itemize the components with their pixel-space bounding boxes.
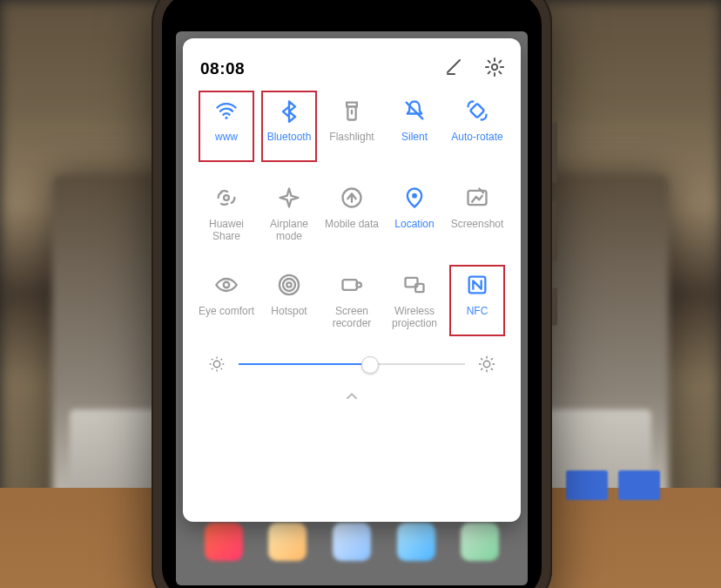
status-clock: 08:08 bbox=[195, 59, 245, 78]
tile-screenshot[interactable]: Screenshot bbox=[446, 179, 509, 260]
tile-mobiledata[interactable]: Mobile data bbox=[320, 179, 383, 260]
phone-screen: 08:08 bbox=[176, 31, 528, 585]
power-button[interactable] bbox=[552, 287, 557, 326]
svg-point-1 bbox=[213, 361, 219, 367]
tile-hotspot[interactable]: Hotspot bbox=[258, 267, 320, 347]
airplane-icon bbox=[276, 185, 302, 211]
tile-label-mobiledata: Mobile data bbox=[325, 218, 379, 230]
silent-icon bbox=[401, 98, 428, 124]
tile-label-huaweishare: Huawei Share bbox=[195, 218, 258, 242]
tile-silent[interactable]: Silent bbox=[383, 92, 446, 172]
tile-airplane[interactable]: Airplane mode bbox=[258, 179, 320, 260]
dock-app-2[interactable] bbox=[268, 523, 307, 561]
flashlight-icon bbox=[339, 98, 365, 124]
tile-label-silent: Silent bbox=[401, 131, 428, 143]
tile-label-autorotate: Auto-rotate bbox=[451, 131, 502, 143]
wifi-icon bbox=[213, 98, 239, 124]
tile-flashlight[interactable]: Flashlight bbox=[320, 92, 383, 172]
tile-label-airplane: Airplane mode bbox=[258, 218, 320, 242]
tile-label-nfc: NFC bbox=[467, 305, 489, 317]
home-dock bbox=[176, 516, 528, 568]
share-icon bbox=[213, 185, 239, 211]
settings-icon[interactable] bbox=[484, 57, 505, 81]
tile-label-flashlight: Flashlight bbox=[329, 131, 374, 143]
volume-down-button[interactable] bbox=[552, 200, 557, 261]
recorder-icon bbox=[339, 272, 365, 298]
quick-settings-panel: 08:08 bbox=[183, 38, 521, 522]
tile-huaweishare[interactable]: Huawei Share bbox=[195, 179, 258, 260]
tile-label-hotspot: Hotspot bbox=[271, 305, 307, 317]
tile-label-bluetooth: Bluetooth bbox=[267, 131, 312, 143]
tile-label-eyecomfort: Eye comfort bbox=[199, 305, 254, 317]
brightness-low-icon bbox=[207, 355, 226, 374]
svg-point-0 bbox=[492, 64, 497, 70]
brightness-slider[interactable] bbox=[207, 354, 496, 375]
tile-label-location: Location bbox=[394, 218, 434, 230]
eye-icon bbox=[213, 272, 239, 298]
mobiledata-icon bbox=[339, 185, 365, 211]
tile-wifi[interactable]: www bbox=[195, 92, 258, 172]
dock-app-4[interactable] bbox=[397, 523, 435, 561]
volume-up-button[interactable] bbox=[552, 122, 557, 183]
tile-projection[interactable]: Wireless projection bbox=[383, 267, 446, 347]
screenshot-icon bbox=[464, 185, 490, 211]
brightness-high-icon bbox=[477, 355, 496, 374]
projection-icon bbox=[401, 272, 428, 298]
hotspot-icon bbox=[276, 272, 302, 298]
tile-label-wifi: www bbox=[215, 131, 238, 143]
dock-app-5[interactable] bbox=[461, 523, 499, 561]
tile-label-recorder: Screen recorder bbox=[333, 305, 372, 329]
dock-app-3[interactable] bbox=[333, 523, 371, 561]
bluetooth-icon bbox=[276, 98, 302, 124]
tile-bluetooth[interactable]: Bluetooth bbox=[258, 92, 320, 172]
tile-eyecomfort[interactable]: Eye comfort bbox=[195, 267, 258, 347]
svg-point-2 bbox=[483, 361, 489, 367]
tile-recorder[interactable]: Screen recorder bbox=[320, 267, 383, 347]
phone-frame: 08:08 bbox=[152, 0, 552, 588]
tile-autorotate[interactable]: Auto-rotate bbox=[446, 92, 509, 172]
tile-nfc[interactable]: NFC bbox=[446, 267, 509, 347]
rotate-icon bbox=[464, 98, 490, 124]
tile-location[interactable]: Location bbox=[383, 179, 446, 260]
tile-label-screenshot: Screenshot bbox=[451, 218, 504, 230]
tile-label-projection: Wireless projection bbox=[392, 305, 437, 329]
collapse-chevron-icon[interactable] bbox=[195, 387, 509, 406]
edit-icon[interactable] bbox=[444, 57, 465, 81]
dock-app-1[interactable] bbox=[205, 523, 243, 561]
nfc-icon bbox=[464, 272, 490, 298]
location-icon bbox=[401, 185, 428, 211]
